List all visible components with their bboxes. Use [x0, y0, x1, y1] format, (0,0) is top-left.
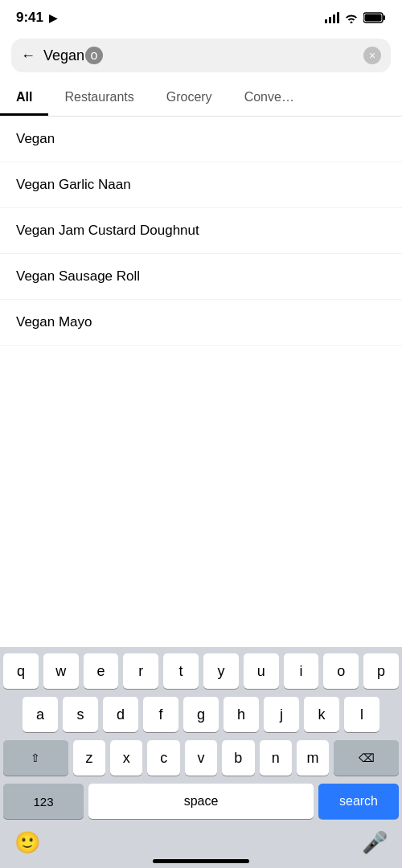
- key-i[interactable]: i: [284, 653, 319, 689]
- signal-bars: [325, 12, 339, 23]
- result-item[interactable]: Vegan Sausage Roll: [0, 254, 402, 300]
- key-z[interactable]: z: [73, 740, 105, 776]
- tabs: All Restaurants Grocery Conve…: [0, 79, 402, 117]
- key-y[interactable]: y: [203, 653, 239, 689]
- status-bar: 9:41 ▶: [0, 0, 402, 32]
- key-c[interactable]: c: [147, 740, 179, 776]
- search-button[interactable]: search: [318, 784, 399, 819]
- key-g[interactable]: g: [183, 697, 219, 732]
- key-v[interactable]: v: [185, 740, 217, 776]
- key-x[interactable]: x: [110, 740, 142, 776]
- emoji-icon[interactable]: 🙂: [14, 830, 40, 855]
- keyboard-row-4: 123 space search: [3, 784, 399, 819]
- key-j[interactable]: j: [264, 697, 299, 732]
- home-indicator: [153, 859, 249, 863]
- status-icons: [325, 12, 386, 23]
- search-input-area[interactable]: Vegan o: [43, 47, 355, 64]
- shift-key[interactable]: ⇧: [3, 740, 68, 776]
- back-button[interactable]: ←: [21, 47, 35, 64]
- numbers-key[interactable]: 123: [3, 784, 84, 819]
- cursor-highlight: o: [85, 47, 103, 64]
- results-list: Vegan Vegan Garlic Naan Vegan Jam Custar…: [0, 117, 402, 346]
- key-a[interactable]: a: [23, 697, 58, 732]
- key-k[interactable]: k: [304, 697, 339, 732]
- svg-rect-1: [384, 15, 386, 20]
- tab-convenience[interactable]: Conve…: [228, 79, 310, 116]
- result-item[interactable]: Vegan Mayo: [0, 300, 402, 346]
- space-key[interactable]: space: [88, 784, 314, 819]
- result-item[interactable]: Vegan: [0, 117, 402, 162]
- mic-icon[interactable]: 🎤: [362, 830, 388, 855]
- status-time: 9:41 ▶: [16, 10, 57, 26]
- keyboard-row-3: ⇧ z x c v b n m ⌫: [3, 740, 399, 776]
- search-bar-container: ← Vegan o ×: [0, 32, 402, 79]
- key-h[interactable]: h: [224, 697, 259, 732]
- key-p[interactable]: p: [363, 653, 399, 689]
- backspace-key[interactable]: ⌫: [334, 740, 399, 776]
- result-item[interactable]: Vegan Garlic Naan: [0, 162, 402, 208]
- tab-grocery[interactable]: Grocery: [150, 79, 228, 116]
- keyboard-row-2: a s d f g h j k l: [3, 697, 399, 732]
- wifi-icon: [344, 12, 359, 23]
- key-s[interactable]: s: [63, 697, 98, 732]
- key-u[interactable]: u: [244, 653, 279, 689]
- clear-button[interactable]: ×: [363, 47, 381, 64]
- key-b[interactable]: b: [222, 740, 254, 776]
- tab-all[interactable]: All: [0, 79, 48, 116]
- svg-rect-2: [365, 14, 382, 22]
- key-q[interactable]: q: [3, 653, 39, 689]
- key-e[interactable]: e: [84, 653, 119, 689]
- key-m[interactable]: m: [297, 740, 329, 776]
- key-f[interactable]: f: [143, 697, 178, 732]
- keyboard: q w e r t y u i o p a s d f g h j k l ⇧ …: [0, 647, 402, 868]
- keyboard-row-1: q w e r t y u i o p: [3, 653, 399, 689]
- key-r[interactable]: r: [123, 653, 158, 689]
- battery-icon: [363, 12, 386, 23]
- key-d[interactable]: d: [103, 697, 138, 732]
- key-w[interactable]: w: [43, 653, 79, 689]
- search-text: Vegan: [43, 47, 84, 64]
- location-icon: ▶: [49, 12, 57, 24]
- key-l[interactable]: l: [344, 697, 379, 732]
- key-t[interactable]: t: [163, 653, 199, 689]
- result-item[interactable]: Vegan Jam Custard Doughnut: [0, 208, 402, 254]
- search-bar[interactable]: ← Vegan o ×: [11, 39, 391, 72]
- key-o[interactable]: o: [323, 653, 359, 689]
- tab-restaurants[interactable]: Restaurants: [48, 79, 150, 116]
- key-n[interactable]: n: [260, 740, 292, 776]
